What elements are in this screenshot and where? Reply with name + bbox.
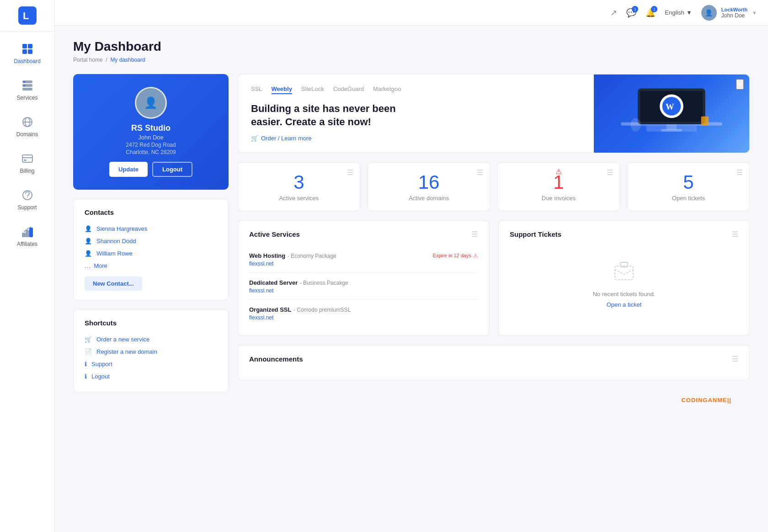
shortcut-label-3: Logout — [91, 373, 110, 380]
support-tickets-header: Support Tickets ☰ — [510, 230, 738, 239]
service-item-2: Organized SSL - Comodo premiumSSL flexss… — [249, 300, 478, 326]
sidebar-label-dashboard: Dashboard — [14, 58, 41, 64]
promo-tab-sitelock[interactable]: SiteLock — [301, 85, 324, 94]
brand-prefix: CODINGANME — [681, 397, 727, 404]
sidebar-item-services[interactable]: Services — [2, 73, 53, 107]
promo-inner: SSL Weebly SiteLock CodeGuard Marketgoo … — [238, 74, 749, 153]
profile-address2: Charlotte, NC 28209 — [84, 149, 218, 155]
billing-icon — [21, 152, 34, 165]
logout-link-icon: ℹ — [85, 373, 87, 380]
empty-box-icon — [610, 257, 638, 284]
promo-order-link[interactable]: 🛒 Order / Learn more — [251, 135, 581, 142]
service-item-0: Web Hosting - Economy Package Expire in … — [249, 246, 478, 273]
promo-tab-codeguard[interactable]: CodeGuard — [333, 85, 364, 94]
contact-item-2[interactable]: 👤 William Rowe — [85, 247, 217, 260]
promo-tab-weebly[interactable]: Weebly — [272, 85, 292, 94]
active-services-title: Active Services — [249, 230, 300, 238]
announcements-menu[interactable]: ☰ — [732, 355, 738, 363]
chat-icon[interactable]: 💬 1 — [626, 8, 636, 18]
promo-close-button[interactable]: ✕ — [736, 79, 744, 90]
profile-company: RS Studio — [84, 123, 218, 133]
service-link-1[interactable]: flexssl.net — [249, 287, 478, 294]
active-services-menu[interactable]: ☰ — [471, 230, 478, 239]
contact-item-0[interactable]: 👤 Sienna Hargreaves — [85, 223, 217, 235]
contact-item-1[interactable]: 👤 Shannon Dodd — [85, 235, 217, 247]
shortcut-label-2: Support — [91, 361, 112, 367]
chat-badge: 1 — [632, 6, 638, 12]
domains-icon — [21, 116, 34, 128]
stat-menu-2[interactable]: ☰ — [607, 168, 613, 177]
logout-button[interactable]: Logout — [152, 162, 192, 177]
promo-left: SSL Weebly SiteLock CodeGuard Marketgoo … — [238, 74, 594, 153]
promo-tab-marketgoo[interactable]: Marketgoo — [373, 85, 401, 94]
page-title: My Dashboard — [73, 39, 750, 54]
shortcut-0[interactable]: 🛒 Order a new service — [85, 333, 217, 346]
user-menu[interactable]: 👤 LockWorth John Doe ▼ — [701, 5, 757, 21]
profile-card: 👤 RS Studio John Doe 2472 Red Dog Road C… — [73, 74, 229, 190]
avatar-inner: 👤 — [136, 88, 165, 117]
profile-avatar: 👤 — [135, 87, 167, 119]
service-link-0[interactable]: flexssl.net — [249, 261, 478, 267]
update-button[interactable]: Update — [109, 162, 148, 177]
ellipsis-icon: … — [85, 262, 91, 269]
announcements-card: Announcements ☰ — [238, 345, 750, 380]
service-item-1: Dedicated Server - Business Pacakge flex… — [249, 273, 478, 300]
service-name-2: Organized SSL — [249, 306, 291, 313]
shortcut-1[interactable]: 📄 Register a new domain — [85, 346, 217, 358]
logo[interactable]: L — [0, 0, 54, 32]
dashboard-icon — [21, 43, 34, 55]
shortcut-2[interactable]: ℹ Support — [85, 358, 217, 370]
language-selector[interactable]: English ▼ — [665, 9, 692, 16]
service-name-1: Dedicated Server — [249, 279, 298, 286]
notifications-icon[interactable]: 🔔 1 — [645, 8, 656, 18]
svg-rect-30 — [646, 125, 697, 131]
new-contact-button[interactable]: New Contact... — [85, 277, 142, 291]
stat-menu-3[interactable]: ☰ — [736, 168, 743, 177]
tickets-empty-state: No recent tickets found. Open a ticket — [510, 246, 738, 319]
brand-suffix: || — [727, 397, 731, 404]
svg-rect-8 — [22, 88, 32, 90]
sidebar-label-affiliates: Affiliates — [17, 241, 37, 247]
shortcut-label-1: Register a new domain — [96, 348, 157, 355]
contacts-title: Contacts — [85, 208, 217, 216]
affiliates-icon — [21, 225, 34, 238]
svg-rect-31 — [701, 116, 709, 125]
sidebar-item-dashboard[interactable]: Dashboard — [2, 36, 53, 71]
sidebar-label-billing: Billing — [20, 168, 34, 174]
support-icon — [21, 189, 34, 202]
service-link-2[interactable]: flexssl.net — [249, 314, 478, 321]
support-tickets-title: Support Tickets — [510, 230, 561, 238]
service-package-2: - Comodo premiumSSL — [293, 307, 351, 313]
services-icon — [21, 79, 34, 92]
sidebar-item-domains[interactable]: Domains — [2, 109, 53, 144]
sidebar-item-billing[interactable]: Billing — [2, 146, 53, 181]
service-info-1: Dedicated Server - Business Pacakge — [249, 278, 478, 287]
stat-menu-0[interactable]: ☰ — [347, 168, 353, 177]
shortcut-3[interactable]: ℹ Logout — [85, 370, 217, 383]
open-ticket-link[interactable]: Open a ticket — [607, 301, 642, 308]
breadcrumb-home[interactable]: Portal home — [73, 57, 103, 63]
support-tickets-panel: Support Tickets ☰ No recent tickets foun… — [498, 220, 750, 336]
share-icon[interactable]: ↗ — [610, 8, 617, 18]
service-expire-0: Expire in 12 days ⚠ — [433, 253, 478, 259]
stat-menu-1[interactable]: ☰ — [477, 168, 483, 177]
active-services-panel: Active Services ☰ Web Hosting - Economy … — [238, 220, 489, 336]
right-column: SSL Weebly SiteLock CodeGuard Marketgoo … — [238, 74, 750, 392]
sidebar: L Dashboard Services Domains — [0, 0, 55, 532]
more-label: More — [94, 262, 107, 269]
promo-card: SSL Weebly SiteLock CodeGuard Marketgoo … — [238, 74, 750, 153]
support-tickets-menu[interactable]: ☰ — [732, 230, 738, 239]
sidebar-item-affiliates[interactable]: Affiliates — [2, 219, 53, 254]
bottom-row: Active Services ☰ Web Hosting - Economy … — [238, 220, 750, 336]
sidebar-item-support[interactable]: Support — [2, 182, 53, 217]
service-package-1: - Business Pacakge — [300, 280, 348, 286]
svg-rect-21 — [29, 228, 33, 237]
more-contacts-link[interactable]: … More — [85, 260, 217, 272]
svg-rect-14 — [22, 155, 32, 162]
promo-tab-ssl[interactable]: SSL — [251, 85, 262, 94]
stat-label-2: Due invoices — [505, 195, 612, 202]
footer-brand: CODINGANME|| — [73, 392, 750, 408]
support-link-icon: ℹ — [85, 361, 87, 367]
svg-rect-3 — [28, 44, 32, 48]
register-icon: 📄 — [85, 348, 92, 355]
